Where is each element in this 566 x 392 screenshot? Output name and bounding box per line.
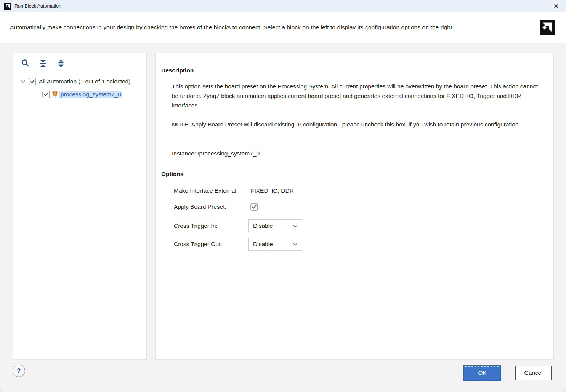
tree-row-all-automation[interactable]: All Automation (1 out of 1 selected): [13, 76, 146, 86]
titlebar: Run Block Automation ✕: [0, 0, 566, 12]
chevron-down-icon: [292, 242, 298, 247]
cross-trigger-out-value: Disable: [253, 241, 292, 248]
automation-tree: All Automation (1 out of 1 selected): [13, 72, 146, 99]
make-interface-external-label: Make Interface External:: [174, 187, 248, 194]
option-cross-trigger-out: Cross Trigger Out: Disable: [174, 238, 302, 251]
processing-system-checkbox[interactable]: [42, 91, 50, 98]
cross-trigger-in-value: Disable: [253, 222, 292, 229]
instance-text: Instance: /processing_system7_0: [172, 149, 542, 158]
amd-logo-icon-large: [540, 20, 555, 35]
description-heading: Description: [161, 67, 194, 74]
options-divider: [161, 180, 547, 180]
all-automation-checkbox[interactable]: [29, 78, 36, 85]
description-divider: [161, 76, 547, 76]
apply-board-preset-checkbox[interactable]: [250, 203, 258, 211]
help-button[interactable]: ?: [13, 365, 25, 377]
header: Automatically make connections in your d…: [0, 12, 566, 43]
description-note: NOTE: Apply Board Preset will discard ex…: [172, 120, 542, 129]
ip-block-icon: [52, 91, 58, 98]
option-cross-trigger-in: Cross Trigger In: Disable: [174, 219, 302, 232]
chevron-down-icon: [292, 223, 298, 229]
make-interface-external-value: FIXED_IO, DDR: [248, 187, 294, 194]
cross-trigger-in-label: Cross Trigger In:: [174, 222, 248, 229]
toolbar-separator: [52, 58, 52, 68]
configuration-panel: Description This option sets the board p…: [155, 53, 554, 360]
search-icon[interactable]: [19, 56, 32, 69]
amd-logo-icon: [4, 3, 11, 10]
automation-tree-panel: All Automation (1 out of 1 selected): [13, 53, 147, 360]
collapse-all-icon[interactable]: [37, 56, 50, 69]
cross-trigger-out-label: Cross Trigger Out:: [174, 241, 248, 248]
tree-row-processing-system[interactable]: processing_system7_0: [13, 89, 146, 99]
cross-trigger-out-dropdown[interactable]: Disable: [248, 238, 302, 251]
options-heading: Options: [161, 171, 184, 178]
apply-board-preset-label: Apply Board Preset:: [174, 203, 248, 210]
cross-trigger-in-dropdown[interactable]: Disable: [248, 219, 302, 232]
ok-button[interactable]: OK: [463, 365, 501, 381]
tree-label-processing-system[interactable]: processing_system7_0: [59, 91, 122, 98]
cancel-button[interactable]: Cancel: [515, 366, 552, 380]
tree-label-all-automation[interactable]: All Automation (1 out of 1 selected): [38, 78, 131, 85]
window-title: Run Block Automation: [14, 3, 61, 9]
run-block-automation-dialog: Run Block Automation ✕ Automatically mak…: [0, 0, 566, 392]
option-make-interface-external: Make Interface External: FIXED_IO, DDR: [174, 187, 294, 194]
header-instruction: Automatically make connections in your d…: [10, 24, 454, 31]
tree-toolbar: [13, 53, 146, 72]
close-icon[interactable]: ✕: [550, 1, 562, 11]
toolbar-separator: [34, 58, 34, 68]
expand-all-icon[interactable]: [55, 56, 67, 69]
option-apply-board-preset: Apply Board Preset:: [174, 203, 260, 211]
description-paragraph: This option sets the board preset on the…: [172, 82, 542, 110]
chevron-down-icon[interactable]: [19, 77, 27, 86]
